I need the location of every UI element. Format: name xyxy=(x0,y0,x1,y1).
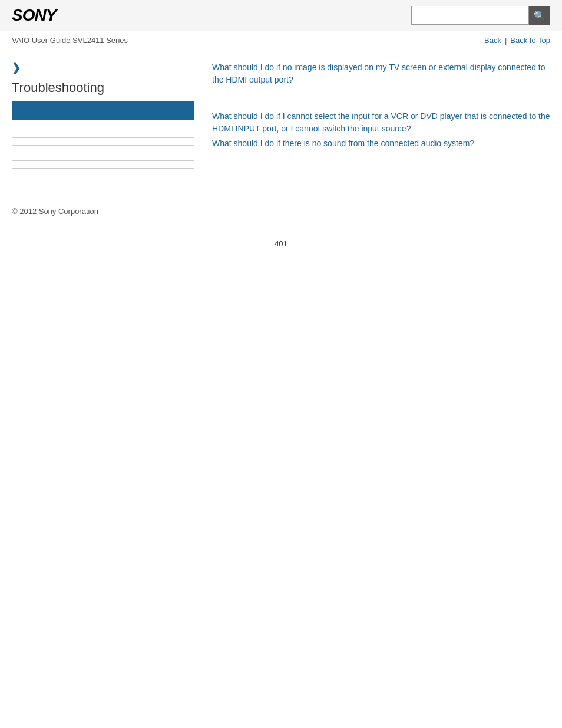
breadcrumb-bar: VAIO User Guide SVL2411 Series Back | Ba… xyxy=(0,31,562,50)
content-section-2: What should I do if I cannot select the … xyxy=(212,110,550,150)
footer: © 2012 Sony Corporation xyxy=(0,195,562,228)
sidebar-active-item[interactable] xyxy=(12,101,194,120)
header: SONY 🔍 xyxy=(0,0,562,31)
search-input[interactable] xyxy=(411,6,529,25)
content-divider xyxy=(212,98,550,98)
back-to-top-link[interactable]: Back to Top xyxy=(510,36,550,45)
sidebar-title: Troubleshooting xyxy=(12,80,194,95)
main-content: ❯ Troubleshooting What should I do if no… xyxy=(0,50,562,195)
sidebar-divider-1 xyxy=(12,130,194,130)
search-area: 🔍 xyxy=(411,6,550,25)
search-icon: 🔍 xyxy=(534,10,546,21)
sidebar-divider-7 xyxy=(12,176,194,176)
content-link-2[interactable]: What should I do if I cannot select the … xyxy=(212,110,550,135)
sidebar-divider-5 xyxy=(12,160,194,161)
content-link-3[interactable]: What should I do if there is no sound fr… xyxy=(212,137,550,150)
content-area: What should I do if no image is displaye… xyxy=(206,61,550,183)
sidebar-divider-4 xyxy=(12,153,194,153)
sidebar: ❯ Troubleshooting xyxy=(12,61,194,183)
content-divider-2 xyxy=(212,162,550,162)
search-button[interactable]: 🔍 xyxy=(529,6,550,25)
breadcrumb-separator: | xyxy=(505,36,507,45)
sidebar-chevron[interactable]: ❯ xyxy=(12,61,194,74)
copyright-text: © 2012 Sony Corporation xyxy=(12,207,98,216)
guide-title: VAIO User Guide SVL2411 Series xyxy=(12,36,128,45)
page-number: 401 xyxy=(0,228,562,260)
content-section-1: What should I do if no image is displaye… xyxy=(212,61,550,86)
back-link[interactable]: Back xyxy=(484,36,501,45)
content-link-1[interactable]: What should I do if no image is displaye… xyxy=(212,61,550,86)
breadcrumb-links: Back | Back to Top xyxy=(484,36,550,45)
sidebar-divider-2 xyxy=(12,137,194,138)
sidebar-divider-3 xyxy=(12,145,194,146)
sony-logo: SONY xyxy=(12,6,56,25)
sidebar-divider-6 xyxy=(12,168,194,169)
